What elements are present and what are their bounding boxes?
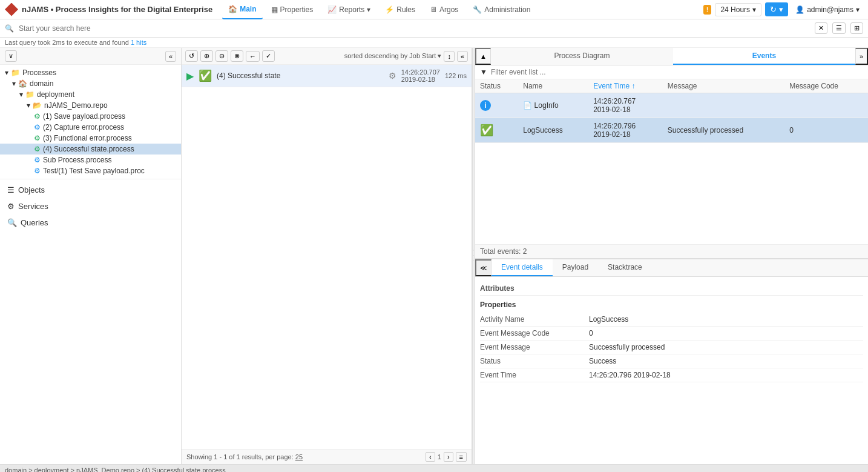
success-status-icon: ✅ — [480, 124, 493, 136]
nav-administration[interactable]: 🔧 Administration — [467, 0, 536, 19]
detail-body: Attributes Properties Activity Name LogS… — [475, 277, 868, 464]
warning-badge[interactable]: ! — [703, 5, 712, 15]
tree-successful-state[interactable]: ⚙ (4) Successful state.process — [0, 144, 181, 155]
detail-value-3: Success — [589, 357, 616, 365]
search-list-btn[interactable]: ☰ — [832, 22, 846, 34]
rules-icon: ⚡ — [385, 5, 394, 14]
tree-processes[interactable]: ▾ 📁 Processes — [0, 67, 181, 78]
th-message: Message — [663, 79, 784, 93]
job-settings-icon: ⚙ — [389, 71, 396, 81]
detail-row-0: Activity Name LogSuccess — [480, 313, 863, 327]
th-event-time[interactable]: Event Time ↑ — [588, 79, 663, 93]
toolbar-zoom-in-btn[interactable]: ⊕ — [200, 50, 213, 62]
detail-label-0: Activity Name — [480, 315, 589, 324]
ev2-time-line1: 14:26:20.796 — [593, 122, 658, 130]
sidebar-services-label: Services — [18, 202, 48, 211]
tree-save-payload[interactable]: ⚙ (1) Save payload.process — [0, 111, 181, 122]
page-next-btn[interactable]: › — [444, 452, 453, 462]
nav-reports[interactable]: 📈 Reports ▾ — [321, 0, 376, 19]
detail-value-1: 0 — [589, 329, 593, 337]
brand-icon — [5, 3, 18, 16]
per-page-value[interactable]: 25 — [295, 453, 303, 460]
user-menu[interactable]: 👤 admin@njams ▾ — [792, 4, 863, 16]
event-row-1[interactable]: i 📄 LogInfo 14:26:20.767 2019-02-18 — [475, 93, 868, 118]
nav-rules-label: Rules — [396, 5, 415, 14]
detail-tabs: ≪ Event details Payload Stacktrace — [475, 259, 868, 277]
user-chevron: ▾ — [856, 5, 860, 14]
tree-capture-error[interactable]: ⚙ (2) Capture error.process — [0, 122, 181, 133]
page-prev-btn[interactable]: ‹ — [426, 452, 435, 462]
reports-chevron: ▾ — [367, 5, 370, 14]
nav-properties[interactable]: ▦ Properties — [265, 0, 320, 19]
tree-deployment[interactable]: ▾ 📁 deployment — [0, 89, 181, 100]
ev2-time-line2: 2019-02-18 — [593, 130, 658, 139]
expand-left-btn[interactable]: ▲ — [475, 48, 491, 65]
job-row[interactable]: ▶ ✅ (4) Successful state ⚙ 14:26:20.707 … — [182, 65, 472, 87]
ev2-name: LogSuccess — [518, 118, 588, 143]
job-time-line2: 2019-02-18 — [401, 76, 440, 83]
tab-events-label: Events — [752, 52, 776, 60]
nav-reports-label: Reports — [339, 5, 364, 14]
sort-label[interactable]: sorted descending by Job Start ▾ — [344, 52, 442, 60]
tab-process-diagram[interactable]: Process Diagram — [491, 48, 673, 65]
detail-section-title: Attributes — [480, 282, 863, 296]
tab-event-details[interactable]: Event details — [492, 259, 553, 276]
sidebar-item-objects[interactable]: ☰ Objects — [0, 182, 181, 198]
ev1-doc-icon: 📄 — [523, 101, 532, 110]
tree-sub-process[interactable]: ⚙ Sub Process.process — [0, 155, 181, 165]
events-section: ▼ Status Name Event Time ↑ Message Messa… — [475, 65, 868, 464]
search-bar: 🔍 ✕ ☰ ⊞ — [0, 19, 868, 38]
tab-stacktrace[interactable]: Stacktrace — [598, 259, 652, 276]
tab-payload-label: Payload — [562, 263, 588, 271]
tree-njams-demo[interactable]: ▾ 📂 nJAMS_Demo.repo — [0, 100, 181, 111]
search-hits-link[interactable]: 1 hits — [131, 39, 146, 46]
toolbar-zoom-out-btn[interactable]: ⊖ — [215, 50, 228, 62]
filter-input[interactable] — [491, 68, 863, 76]
page-number: 1 — [438, 453, 441, 460]
breadcrumb: domain > deployment > nJAMS_Demo.repo > … — [0, 464, 868, 472]
nav-argos[interactable]: 🖥 Argos — [424, 0, 464, 19]
tree-test-save[interactable]: ⚙ Test/(1) Test Save payload.proc — [0, 165, 181, 176]
detail-expand-btn[interactable]: ≪ — [475, 259, 492, 276]
page-menu-btn[interactable]: ≡ — [456, 452, 467, 462]
nav-rules[interactable]: ⚡ Rules — [379, 0, 421, 19]
tree-functional-error[interactable]: ⚙ (3) Functional error.process — [0, 133, 181, 144]
toolbar-check-btn[interactable]: ✓ — [262, 50, 275, 62]
tree-toggle-processes: ▾ — [5, 68, 8, 77]
search-settings-btn[interactable]: ⊞ — [850, 22, 863, 34]
expand-right-btn[interactable]: » — [855, 48, 868, 65]
tree-collapse-all-btn[interactable]: « — [165, 51, 176, 62]
refresh-chevron: ▾ — [779, 5, 783, 14]
nav-main[interactable]: 🏠 Main — [222, 0, 262, 19]
toolbar-refresh-btn[interactable]: ↺ — [185, 50, 198, 62]
section-divider-1 — [0, 179, 181, 179]
test-save-icon: ⚙ — [34, 167, 41, 175]
search-clear-btn[interactable]: ✕ — [815, 22, 827, 34]
tree-collapse-btn[interactable]: ∨ — [5, 50, 17, 62]
events-table-wrap: Status Name Event Time ↑ Message Message… — [475, 79, 868, 244]
time-selector[interactable]: 24 Hours ▾ — [715, 3, 761, 16]
tree-functional-error-label: (3) Functional error.process — [43, 134, 132, 142]
brand: nJAMS • Process Insights for the Digital… — [5, 3, 212, 16]
sidebar-item-services[interactable]: ⚙ Services — [0, 198, 181, 214]
refresh-button[interactable]: ↻ ▾ — [765, 2, 788, 16]
tab-events[interactable]: Events — [673, 48, 855, 65]
toolbar-fit-btn[interactable]: ⊗ — [231, 50, 243, 62]
main-layout: ∨ « ▾ 📁 Processes ▾ 🏠 domain ▾ 📁 deploym — [0, 48, 868, 464]
job-checkmark-icon: ✅ — [199, 69, 212, 82]
sidebar-item-queries[interactable]: 🔍 Queries — [0, 214, 181, 231]
collapse-panel-btn[interactable]: « — [457, 51, 468, 62]
tree-domain[interactable]: ▾ 🏠 domain — [0, 78, 181, 89]
toolbar-back-btn[interactable]: ← — [246, 51, 260, 62]
sort-label-text: sorted descending by Job Start — [344, 52, 436, 59]
objects-icon: ☰ — [7, 185, 15, 194]
job-time-line1: 14:26:20.707 — [401, 68, 440, 76]
save-payload-icon: ⚙ — [34, 112, 41, 121]
sort-order-btn[interactable]: ↕ — [444, 51, 455, 62]
event-row-2[interactable]: ✅ LogSuccess 14:26:20.796 2019-02-18 Suc… — [475, 118, 868, 143]
event-detail-panel: ≪ Event details Payload Stacktrace Attri… — [475, 258, 868, 464]
sort-chevron: ▾ — [438, 52, 441, 59]
search-input[interactable] — [19, 24, 810, 33]
tab-payload[interactable]: Payload — [553, 259, 598, 276]
ev1-status: i — [475, 93, 518, 118]
